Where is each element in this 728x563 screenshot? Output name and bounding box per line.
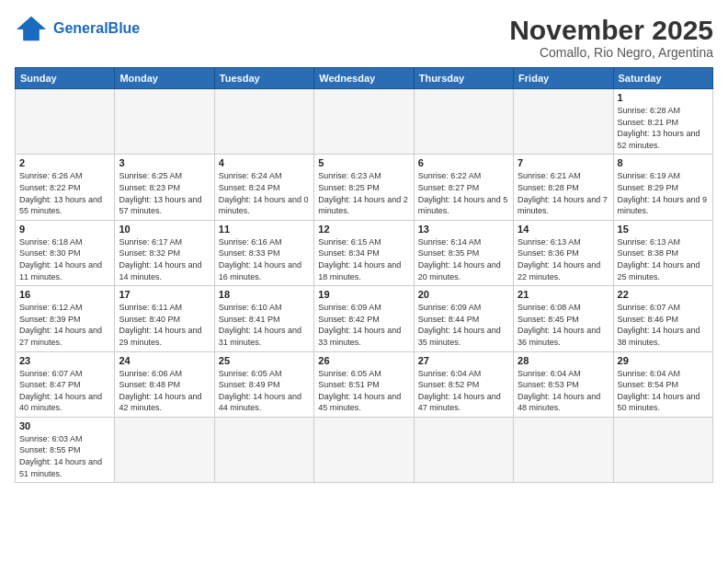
day-number: 17 <box>119 289 210 300</box>
day-info: Sunrise: 6:04 AM Sunset: 8:54 PM Dayligh… <box>618 368 709 414</box>
calendar-cell: 13Sunrise: 6:14 AM Sunset: 8:35 PM Dayli… <box>414 220 513 285</box>
day-number: 29 <box>618 355 709 366</box>
calendar-cell: 5Sunrise: 6:23 AM Sunset: 8:25 PM Daylig… <box>314 155 414 220</box>
day-number: 12 <box>318 224 409 235</box>
calendar-cell <box>115 89 214 155</box>
calendar-cell: 7Sunrise: 6:21 AM Sunset: 8:28 PM Daylig… <box>514 155 613 220</box>
day-header-monday: Monday <box>115 68 214 89</box>
calendar-cell: 9Sunrise: 6:18 AM Sunset: 8:30 PM Daylig… <box>16 220 115 285</box>
calendar-cell: 4Sunrise: 6:24 AM Sunset: 8:24 PM Daylig… <box>214 155 313 220</box>
calendar-cell: 10Sunrise: 6:17 AM Sunset: 8:32 PM Dayli… <box>115 220 214 285</box>
calendar-cell <box>314 417 414 482</box>
day-number: 24 <box>119 355 210 366</box>
day-info: Sunrise: 6:12 AM Sunset: 8:39 PM Dayligh… <box>19 302 110 348</box>
day-info: Sunrise: 6:07 AM Sunset: 8:46 PM Dayligh… <box>618 302 709 348</box>
calendar-cell: 23Sunrise: 6:07 AM Sunset: 8:47 PM Dayli… <box>16 351 115 417</box>
calendar-cell: 22Sunrise: 6:07 AM Sunset: 8:46 PM Dayli… <box>613 286 712 351</box>
logo-text: GeneralBlue <box>53 20 140 37</box>
day-number: 19 <box>318 289 409 300</box>
calendar-cell <box>514 89 613 155</box>
day-number: 7 <box>518 157 609 168</box>
day-info: Sunrise: 6:26 AM Sunset: 8:22 PM Dayligh… <box>19 170 110 216</box>
day-info: Sunrise: 6:05 AM Sunset: 8:49 PM Dayligh… <box>219 368 310 414</box>
day-number: 30 <box>19 420 110 431</box>
day-info: Sunrise: 6:18 AM Sunset: 8:30 PM Dayligh… <box>19 236 110 282</box>
calendar-cell <box>414 89 513 155</box>
logo-icon <box>15 15 48 42</box>
day-number: 21 <box>518 289 609 300</box>
day-info: Sunrise: 6:14 AM Sunset: 8:35 PM Dayligh… <box>418 236 509 282</box>
day-number: 27 <box>418 355 509 366</box>
calendar-cell: 25Sunrise: 6:05 AM Sunset: 8:49 PM Dayli… <box>214 351 313 417</box>
day-info: Sunrise: 6:11 AM Sunset: 8:40 PM Dayligh… <box>119 302 210 348</box>
day-info: Sunrise: 6:15 AM Sunset: 8:34 PM Dayligh… <box>318 236 409 282</box>
calendar-cell: 26Sunrise: 6:05 AM Sunset: 8:51 PM Dayli… <box>314 351 414 417</box>
day-number: 26 <box>318 355 409 366</box>
logo-general: General <box>53 20 108 36</box>
calendar-cell: 24Sunrise: 6:06 AM Sunset: 8:48 PM Dayli… <box>115 351 214 417</box>
day-header-wednesday: Wednesday <box>314 68 414 89</box>
calendar-table: SundayMondayTuesdayWednesdayThursdayFrid… <box>15 67 713 483</box>
day-info: Sunrise: 6:19 AM Sunset: 8:29 PM Dayligh… <box>618 170 709 216</box>
day-number: 9 <box>19 224 110 235</box>
svg-marker-1 <box>17 17 46 31</box>
calendar-cell <box>214 89 313 155</box>
day-info: Sunrise: 6:13 AM Sunset: 8:38 PM Dayligh… <box>618 236 709 282</box>
calendar-cell: 16Sunrise: 6:12 AM Sunset: 8:39 PM Dayli… <box>16 286 115 351</box>
day-info: Sunrise: 6:28 AM Sunset: 8:21 PM Dayligh… <box>618 105 709 151</box>
calendar-cell <box>314 89 414 155</box>
calendar-cell <box>214 417 313 482</box>
calendar-cell: 8Sunrise: 6:19 AM Sunset: 8:29 PM Daylig… <box>613 155 712 220</box>
day-number: 11 <box>219 224 310 235</box>
title-block: November 2025 Comallo, Rio Negro, Argent… <box>509 15 713 60</box>
day-info: Sunrise: 6:06 AM Sunset: 8:48 PM Dayligh… <box>119 368 210 414</box>
day-number: 2 <box>19 157 110 168</box>
day-info: Sunrise: 6:24 AM Sunset: 8:24 PM Dayligh… <box>219 170 310 216</box>
day-number: 25 <box>219 355 310 366</box>
day-header-saturday: Saturday <box>613 68 712 89</box>
calendar-cell: 6Sunrise: 6:22 AM Sunset: 8:27 PM Daylig… <box>414 155 513 220</box>
day-number: 14 <box>518 224 609 235</box>
calendar-cell: 15Sunrise: 6:13 AM Sunset: 8:38 PM Dayli… <box>613 220 712 285</box>
calendar-cell: 1Sunrise: 6:28 AM Sunset: 8:21 PM Daylig… <box>613 89 712 155</box>
day-number: 23 <box>19 355 110 366</box>
day-number: 4 <box>219 157 310 168</box>
calendar-cell <box>613 417 712 482</box>
day-number: 18 <box>219 289 310 300</box>
day-info: Sunrise: 6:13 AM Sunset: 8:36 PM Dayligh… <box>518 236 609 282</box>
day-info: Sunrise: 6:21 AM Sunset: 8:28 PM Dayligh… <box>518 170 609 216</box>
calendar-cell: 2Sunrise: 6:26 AM Sunset: 8:22 PM Daylig… <box>16 155 115 220</box>
day-info: Sunrise: 6:04 AM Sunset: 8:52 PM Dayligh… <box>418 368 509 414</box>
logo: GeneralBlue <box>15 15 140 42</box>
day-header-tuesday: Tuesday <box>214 68 313 89</box>
day-number: 20 <box>418 289 509 300</box>
calendar-cell: 21Sunrise: 6:08 AM Sunset: 8:45 PM Dayli… <box>514 286 613 351</box>
day-info: Sunrise: 6:25 AM Sunset: 8:23 PM Dayligh… <box>119 170 210 216</box>
day-info: Sunrise: 6:05 AM Sunset: 8:51 PM Dayligh… <box>318 368 409 414</box>
day-info: Sunrise: 6:08 AM Sunset: 8:45 PM Dayligh… <box>518 302 609 348</box>
day-number: 10 <box>119 224 210 235</box>
calendar-cell <box>514 417 613 482</box>
page: GeneralBlue November 2025 Comallo, Rio N… <box>0 0 728 563</box>
day-info: Sunrise: 6:23 AM Sunset: 8:25 PM Dayligh… <box>318 170 409 216</box>
logo-blue: Blue <box>108 20 141 36</box>
day-number: 5 <box>318 157 409 168</box>
day-number: 16 <box>19 289 110 300</box>
calendar-subtitle: Comallo, Rio Negro, Argentina <box>509 45 713 60</box>
calendar-cell: 3Sunrise: 6:25 AM Sunset: 8:23 PM Daylig… <box>115 155 214 220</box>
calendar-cell <box>414 417 513 482</box>
day-info: Sunrise: 6:07 AM Sunset: 8:47 PM Dayligh… <box>19 368 110 414</box>
calendar-cell: 11Sunrise: 6:16 AM Sunset: 8:33 PM Dayli… <box>214 220 313 285</box>
day-info: Sunrise: 6:04 AM Sunset: 8:53 PM Dayligh… <box>518 368 609 414</box>
day-info: Sunrise: 6:03 AM Sunset: 8:55 PM Dayligh… <box>19 433 110 479</box>
calendar-cell: 18Sunrise: 6:10 AM Sunset: 8:41 PM Dayli… <box>214 286 313 351</box>
calendar-cell: 14Sunrise: 6:13 AM Sunset: 8:36 PM Dayli… <box>514 220 613 285</box>
header: GeneralBlue November 2025 Comallo, Rio N… <box>15 15 713 60</box>
day-info: Sunrise: 6:09 AM Sunset: 8:42 PM Dayligh… <box>318 302 409 348</box>
day-info: Sunrise: 6:17 AM Sunset: 8:32 PM Dayligh… <box>119 236 210 282</box>
day-header-thursday: Thursday <box>414 68 513 89</box>
day-number: 6 <box>418 157 509 168</box>
calendar-cell: 20Sunrise: 6:09 AM Sunset: 8:44 PM Dayli… <box>414 286 513 351</box>
day-number: 8 <box>618 157 709 168</box>
day-number: 28 <box>518 355 609 366</box>
